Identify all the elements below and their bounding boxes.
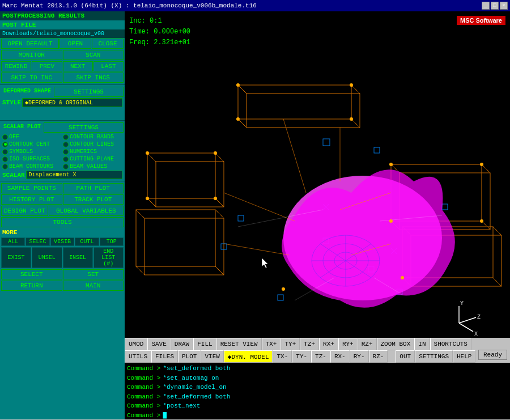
radio-contour-cent[interactable]: CONTOUR CENT	[2, 141, 62, 147]
tx-minus-button[interactable]: TX-	[273, 350, 292, 363]
ty-minus-button[interactable]: TY-	[292, 350, 311, 363]
save-button[interactable]: SAVE	[147, 338, 170, 350]
shortcuts-button[interactable]: SHORTCUTS	[430, 338, 471, 350]
radio-row-4: ISO-SURFACES CUTTING PLANE	[0, 155, 125, 163]
minimize-button[interactable]: _	[482, 2, 490, 10]
radio-contour-lines-dot[interactable]	[63, 142, 69, 147]
radio-beam-contours[interactable]: BEAM CONTOURS	[2, 163, 62, 169]
radio-numerics[interactable]: NUMERICS	[63, 149, 122, 155]
return-main-row: RETURN MAIN	[0, 280, 125, 291]
end-list-button[interactable]: END LIST (#)	[94, 247, 124, 268]
return-button[interactable]: RETURN	[1, 281, 62, 291]
ry-plus-button[interactable]: RY+	[338, 338, 358, 350]
view-button[interactable]: VIEW	[201, 350, 223, 363]
radio-off-label: OFF	[9, 134, 19, 140]
next-button[interactable]: NEXT	[63, 61, 93, 71]
utils-button[interactable]: UTILS	[125, 350, 151, 363]
close-button[interactable]: ×	[500, 2, 508, 10]
selec-button[interactable]: SELEC	[26, 237, 49, 246]
skip-row: SKIP TO INC SKIP INCS	[0, 72, 125, 83]
tz-plus-button[interactable]: TZ+	[300, 338, 319, 350]
dyn-model-button[interactable]: ◆DYN. MODEL	[224, 350, 273, 363]
scan-button[interactable]: SCAN	[63, 50, 124, 60]
ry-minus-button[interactable]: RY-	[350, 350, 369, 363]
files-button[interactable]: FILES	[151, 350, 178, 363]
main-button[interactable]: MAIN	[63, 281, 124, 291]
radio-numerics-dot[interactable]	[63, 149, 69, 155]
radio-cutting-plane-dot[interactable]	[63, 156, 69, 162]
zoom-box-button[interactable]: ZOOM BOX	[377, 338, 415, 350]
in-button[interactable]: IN	[414, 338, 430, 350]
umod-button[interactable]: UMOD	[125, 338, 147, 350]
visib-button[interactable]: VISIB	[50, 237, 74, 246]
radio-cutting-plane[interactable]: CUTTING PLANE	[63, 156, 122, 162]
close-button-panel[interactable]: CLOSE	[92, 39, 124, 49]
outl-button[interactable]: OUTL	[75, 237, 99, 246]
ty-plus-button[interactable]: TY+	[280, 338, 300, 350]
radio-iso-surfaces[interactable]: ISO-SURFACES	[2, 156, 62, 162]
tools-button[interactable]: TOOLS	[1, 217, 124, 227]
radio-beam-values[interactable]: BEAM VALUES	[63, 163, 122, 169]
insel-button[interactable]: INSEL	[63, 247, 93, 268]
track-plot-button[interactable]: TRACK PLOT	[63, 194, 124, 205]
left-panel: POSTPROCESSING RESULTS POST FILE Downloa…	[0, 11, 125, 419]
rz-plus-button[interactable]: RZ+	[358, 338, 377, 350]
rz-minus-button[interactable]: RZ-	[369, 350, 388, 363]
radio-off-dot[interactable]	[2, 134, 8, 140]
last-button[interactable]: LAST	[94, 61, 124, 71]
fill-button[interactable]: FILL	[193, 338, 216, 350]
radio-beam-contours-dot[interactable]	[2, 164, 8, 169]
select-button[interactable]: SELECT	[1, 269, 62, 279]
set-button[interactable]: SET	[63, 269, 124, 279]
cmd-text-4: *set_deformed both	[163, 392, 230, 402]
open-default-button[interactable]: OPEN DEFAULT	[1, 39, 59, 49]
style-dropdown[interactable]: ◆DEFORMED & ORIGINAL	[22, 98, 122, 107]
path-plot-button[interactable]: PATH PLOT	[63, 183, 124, 193]
all-button[interactable]: ALL	[1, 237, 25, 246]
tx-plus-button[interactable]: TX+	[262, 338, 281, 350]
plot-button[interactable]: PLOT	[178, 350, 201, 363]
radio-contour-lines[interactable]: CONTOUR LINES	[63, 141, 122, 147]
skip-incs-button[interactable]: SKIP INCS	[63, 73, 124, 83]
cmd-line-6[interactable]: Command > █	[127, 411, 508, 420]
monitor-button[interactable]: MONITOR	[1, 50, 62, 60]
exist-button[interactable]: EXIST	[1, 247, 31, 268]
top-button[interactable]: TOP	[100, 237, 124, 246]
viewport[interactable]: Inc: 0:1 Time: 0.000e+00 Freq: 2.321e+01…	[125, 11, 510, 419]
svg-point-62	[214, 151, 217, 155]
cmd-prompt-1: Command >	[127, 364, 160, 374]
global-variables-button[interactable]: GLOBAL VARIABLES	[49, 206, 124, 216]
scalar-settings-button[interactable]: SETTINGS	[44, 122, 124, 133]
radio-symbols-dot[interactable]	[2, 149, 8, 155]
radio-contour-bands[interactable]: CONTOUR BANDS	[63, 134, 122, 140]
settings-button[interactable]: SETTINGS	[415, 350, 453, 363]
rx-plus-button[interactable]: RX+	[319, 338, 338, 350]
deformed-settings-button[interactable]: SETTINGS	[54, 87, 124, 97]
draw-button[interactable]: DRAW	[171, 338, 193, 350]
out-button[interactable]: OUT	[396, 350, 415, 363]
panel-title: POSTPROCESSING RESULTS	[0, 11, 125, 20]
radio-iso-surfaces-dot[interactable]	[2, 156, 8, 162]
rewind-button[interactable]: REWIND	[1, 61, 31, 71]
open-button[interactable]: OPEN	[60, 39, 91, 49]
radio-beam-values-dot[interactable]	[63, 164, 69, 169]
rx-minus-button[interactable]: RX-	[330, 350, 350, 363]
maximize-button[interactable]: □	[491, 2, 499, 10]
sample-points-button[interactable]: SAMPLE POINTS	[1, 183, 62, 193]
reset-view-button[interactable]: RESET VIEW	[216, 338, 262, 350]
radio-off[interactable]: OFF	[2, 134, 62, 140]
design-plot-button[interactable]: DESIGN PLOT	[1, 206, 48, 216]
tz-minus-button[interactable]: TZ-	[311, 350, 330, 363]
radio-symbols[interactable]: SYMBOLS	[2, 149, 62, 155]
radio-contour-bands-dot[interactable]	[63, 134, 69, 140]
help-button[interactable]: HELP	[453, 350, 475, 363]
prev-button[interactable]: PREV	[32, 61, 62, 71]
skip-to-inc-button[interactable]: SKIP TO INC	[1, 73, 62, 83]
unsel-button[interactable]: UNSEL	[32, 247, 62, 268]
scalar-value[interactable]: Displacement X	[26, 171, 122, 179]
titlebar-buttons[interactable]: _ □ ×	[482, 2, 508, 10]
cmd-text-6[interactable]: █	[163, 411, 167, 420]
history-plot-button[interactable]: HISTORY PLOT	[1, 194, 62, 205]
svg-point-69	[236, 83, 240, 87]
radio-contour-cent-dot[interactable]	[2, 142, 8, 147]
